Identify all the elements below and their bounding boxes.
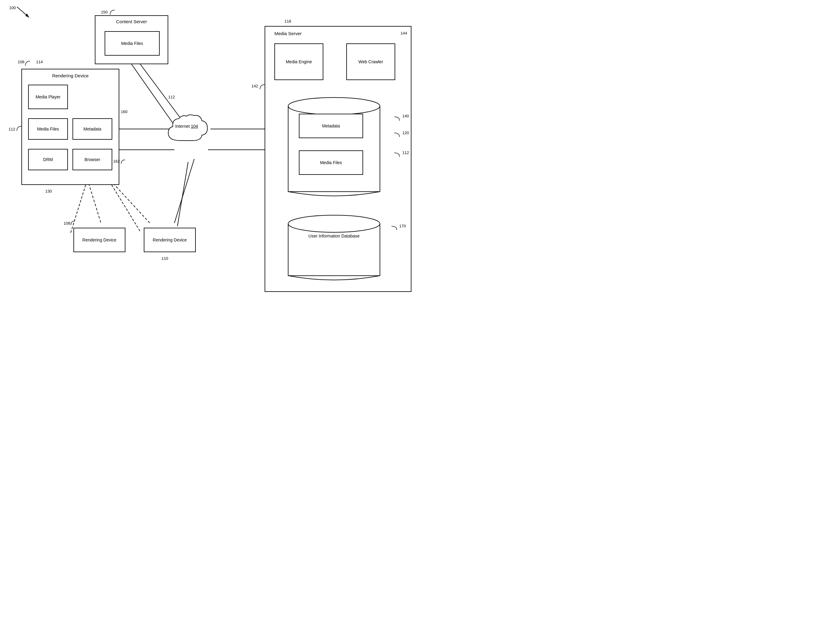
media-player-box: Media Player [28, 85, 68, 109]
rendering-device-box: Rendering Device Media Player Media File… [21, 69, 119, 185]
ref-140-bracket [393, 115, 402, 121]
internet-rd110-line [171, 162, 202, 232]
drm-label: DRM [43, 157, 53, 162]
media-files-ms-box: Media Files [299, 150, 363, 175]
media-files-rd-box: Media Files [28, 118, 68, 140]
browser-label: Browser [84, 157, 100, 162]
media-files-rd-label: Media Files [37, 126, 59, 131]
metadata-rd-label: Metadata [84, 126, 101, 131]
cylinder-bottom-svg [282, 214, 386, 282]
svg-line-12 [177, 162, 188, 226]
rendering-device-3-label: Rendering Device [153, 238, 186, 242]
metadata-rd-box: Metadata [73, 118, 112, 140]
ref-112-left: 112 [9, 127, 15, 131]
ref-106-bracket [24, 60, 32, 69]
ref-112-left-bracket [15, 125, 24, 134]
web-crawler-label: Web Crawler [358, 59, 383, 64]
ref-142-bracket [259, 83, 268, 91]
cylinder-top: Metadata Media Files 140 120 112 [282, 97, 386, 198]
rendering-device-2-box: Rendering Device [73, 228, 125, 252]
internet-cloud: Internet 104 [162, 113, 211, 151]
svg-line-10 [70, 185, 86, 234]
svg-marker-7 [25, 13, 29, 17]
svg-line-11 [112, 185, 141, 232]
media-files-content-box: Media Files [104, 31, 159, 56]
rendering-device-label: Rendering Device [52, 73, 88, 78]
cylinder-svg [282, 97, 386, 198]
drm-box: DRM [28, 149, 68, 170]
media-files-content-label: Media Files [121, 41, 143, 46]
ref-120: 120 [402, 131, 409, 135]
media-engine-box: Media Engine [275, 43, 323, 80]
ref-106: 106 [18, 60, 24, 64]
ref-100: 100 [9, 5, 16, 10]
ref-108: 108 [64, 221, 70, 225]
browser-box: Browser [73, 149, 112, 170]
svg-point-17 [288, 215, 380, 232]
ref-112-mid: 112 [168, 95, 175, 99]
ref-142: 142 [251, 83, 258, 89]
rendering-device-2-label: Rendering Device [82, 238, 116, 242]
rendering-device-3-box: Rendering Device [144, 228, 196, 252]
ref-170: 170 [399, 224, 406, 228]
svg-point-15 [288, 98, 380, 115]
ref-120-bracket [393, 131, 402, 137]
media-server-box: Media Server 144 142 Media Engine Web Cr… [265, 26, 411, 292]
internet-label: Internet 104 [171, 124, 202, 129]
ref-150: 150 [101, 10, 108, 14]
cloud-svg [162, 113, 211, 150]
ref-170-bracket [390, 225, 399, 231]
media-player-label: Media Player [35, 94, 60, 99]
ref-140: 140 [402, 114, 409, 118]
ref-130: 130 [45, 189, 52, 194]
media-engine-label: Media Engine [286, 59, 312, 64]
ref-118: 118 [284, 19, 291, 24]
ref-162-bracket [120, 158, 126, 164]
cylinder-bottom: User Information Database 170 [282, 214, 386, 282]
ref-112-right-bracket [393, 151, 402, 157]
metadata-ms-box: Metadata [299, 114, 363, 138]
metadata-ms-label: Metadata [322, 123, 340, 128]
content-server-label: Content Server [116, 19, 147, 24]
ref-144: 144 [400, 31, 407, 35]
web-crawler-box: Web Crawler [346, 43, 395, 80]
ref-160: 160 [121, 109, 128, 114]
media-files-ms-label: Media Files [320, 160, 342, 165]
ref-110: 110 [161, 256, 168, 261]
ref-100-arrow [17, 7, 32, 22]
user-info-db-label: User Information Database [282, 233, 386, 239]
ref-114: 114 [36, 60, 43, 64]
ref-112-right: 112 [402, 150, 409, 155]
ref-108-bracket [70, 219, 76, 225]
media-server-label: Media Server [275, 31, 302, 36]
patent-diagram: 100 150 Content Server Media Files 112 1… [0, 0, 420, 316]
content-server-box: Content Server Media Files [95, 15, 168, 64]
ref-162: 162 [113, 159, 120, 164]
